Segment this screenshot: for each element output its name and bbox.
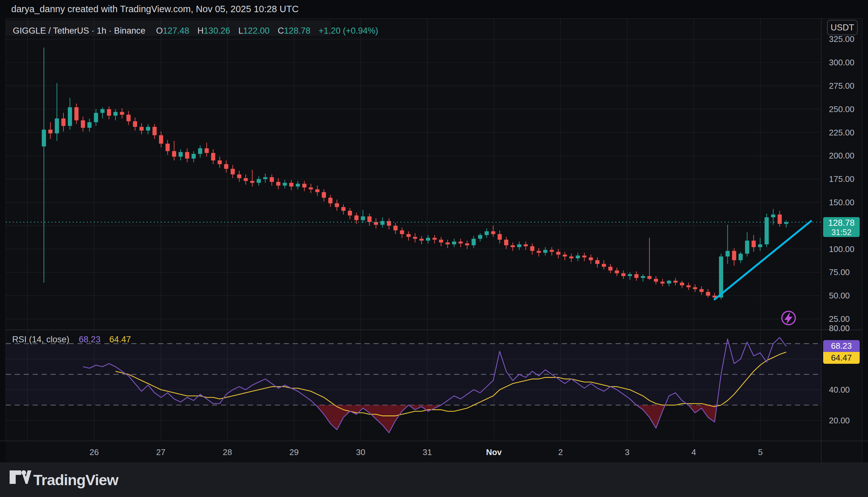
time-axis-label: 2 [546,446,575,458]
rsi-axis-label: 80.00 [829,324,850,333]
ohlc-low: L122.00 [238,26,270,36]
attribution-bar: darya_danny created with TradingView.com… [0,0,868,18]
rsi-value-badge: 68.23 [823,340,860,352]
rsi-indicator-title: RSI (14, close) [12,335,70,344]
rsi-ma-value: 64.47 [109,335,131,344]
time-axis-label: 31 [413,446,442,458]
price-axis-label: 25.00 [829,314,850,324]
ohlc-high: H130.26 [197,26,230,36]
tradingview-logo-icon[interactable] [9,469,32,484]
price-axis-label: 175.00 [829,174,855,184]
price-axis-label: 275.00 [829,81,855,90]
time-axis-label: 5 [746,446,775,458]
price-axis-label: 200.00 [829,151,855,160]
last-price-badge: 128.78 31:52 [823,217,860,237]
footer-bar: TradingView [0,463,868,497]
chart-canvas [0,0,868,497]
attribution-text: darya_danny created with TradingView.com… [11,0,299,18]
rsi-legend: RSI (14, close) 68.23 64.47 [12,334,131,345]
time-axis-label: 28 [213,446,242,458]
tradingview-snapshot: darya_danny created with TradingView.com… [0,0,868,497]
last-price: 128.78 [823,218,860,228]
tradingview-brand[interactable]: TradingView [33,463,118,497]
time-axis-label: 3 [613,446,642,458]
price-axis-label: 50.00 [829,291,850,300]
time-axis-label: 29 [280,446,309,458]
rsi-ma-value-badge: 64.47 [823,352,860,364]
price-axis-label: 150.00 [829,198,855,207]
rsi-axis-label: 40.00 [829,385,850,395]
price-change: +1.20 (+0.94%) [319,26,378,36]
symbol-title: GIGGLE / TetherUS · 1h · Binance [13,26,145,36]
rsi-value: 68.23 [79,335,101,344]
price-axis-label: 100.00 [829,244,855,254]
time-axis-label: 30 [346,446,375,458]
time-axis-label: 26 [80,446,109,458]
bar-countdown: 31:52 [823,228,860,236]
price-axis-label: 225.00 [829,128,855,137]
price-axis-label: 325.00 [829,34,855,44]
rsi-axis-label: 20.00 [829,416,850,425]
ohlc-close: C128.78 [278,26,310,36]
price-axis-label: 75.00 [829,267,850,277]
time-axis-label: Nov [480,446,508,458]
time-axis-label: 27 [146,446,175,458]
ohlc-open: O127.48 [156,26,189,36]
currency-toggle-button[interactable]: USDT [827,20,858,35]
price-axis-label: 300.00 [829,58,855,67]
chart-legend: GIGGLE / TetherUS · 1h · Binance O127.48… [13,25,378,37]
price-axis-label: 250.00 [829,104,855,114]
time-axis-label: 4 [679,446,708,458]
